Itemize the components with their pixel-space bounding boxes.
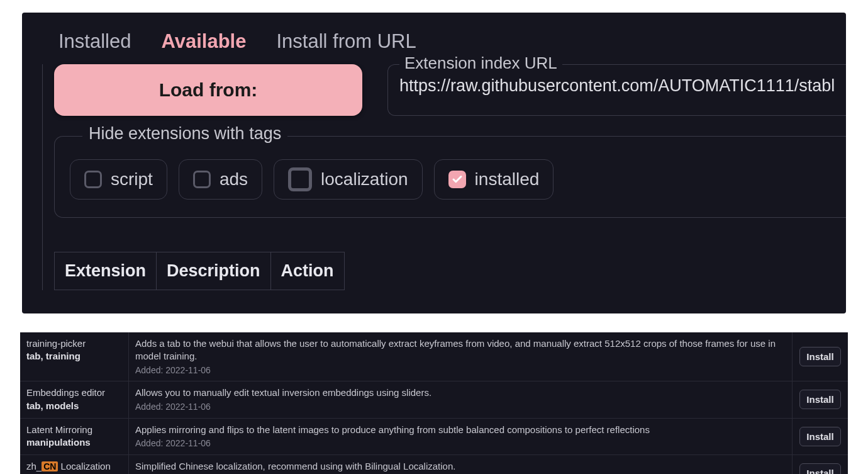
desc-cell: Simplified Chinese localization, recomme… xyxy=(128,455,793,474)
ext-name[interactable]: Embeddings editor xyxy=(26,387,122,399)
ext-tags: manipulations xyxy=(26,436,122,449)
extensions-tabs: Installed Available Install from URL xyxy=(22,13,846,53)
load-from-button[interactable]: Load from: xyxy=(54,64,362,116)
hide-tags-list: script ads localization installed xyxy=(70,159,831,200)
ext-cell: Embeddings editor tab, models xyxy=(20,381,128,417)
checkbox-icon xyxy=(193,171,211,188)
ext-name[interactable]: zh_CN Localization xyxy=(26,460,122,473)
th-extension: Extension xyxy=(55,252,157,290)
table-row: zh_CN Localization localization Simplifi… xyxy=(20,455,848,474)
extension-index-url-label: Extension index URL xyxy=(399,54,562,73)
action-cell: Install xyxy=(793,455,848,474)
available-tab-body: Load from: Extension index URL https://r… xyxy=(42,64,846,290)
action-cell: Install xyxy=(793,381,848,417)
ext-desc: Applies mirroring and flips to the laten… xyxy=(135,424,786,436)
desc-cell: Applies mirroring and flips to the laten… xyxy=(128,419,793,454)
ext-tags: tab, models xyxy=(26,400,122,412)
ext-added: Added: 2022-11-06 xyxy=(135,437,786,449)
action-cell: Install xyxy=(793,419,848,454)
ext-desc: Simplified Chinese localization, recomme… xyxy=(135,460,786,473)
table-row: Latent Mirroring manipulations Applies m… xyxy=(20,419,848,455)
checkbox-icon xyxy=(84,171,102,188)
ext-desc: Allows you to manually edit textual inve… xyxy=(135,387,786,399)
tag-chip-localization[interactable]: localization xyxy=(274,159,423,200)
tag-label: script xyxy=(111,169,153,189)
ext-name-suffix: Localization xyxy=(58,461,110,471)
extension-index-url-field[interactable]: Extension index URL https://raw.githubus… xyxy=(387,64,846,116)
hide-tags-legend: Hide extensions with tags xyxy=(82,124,287,144)
ext-name[interactable]: training-picker xyxy=(26,337,122,350)
checkbox-icon xyxy=(288,167,312,191)
ext-cell: training-picker tab, training xyxy=(20,332,128,381)
checkbox-checked-icon xyxy=(448,171,466,188)
cn-badge-icon: CN xyxy=(42,461,58,471)
th-action: Action xyxy=(271,252,344,290)
tag-chip-installed[interactable]: installed xyxy=(434,159,554,200)
tab-install-from-url[interactable]: Install from URL xyxy=(276,30,416,53)
extensions-table-header: Extension Description Action xyxy=(54,252,345,290)
install-button[interactable]: Install xyxy=(799,427,840,446)
extension-index-url-value[interactable]: https://raw.githubusercontent.com/AUTOMA… xyxy=(399,76,835,96)
desc-cell: Allows you to manually edit textual inve… xyxy=(128,381,793,417)
ext-added: Added: 2022-11-06 xyxy=(135,364,786,376)
install-button[interactable]: Install xyxy=(799,463,840,474)
tag-label: installed xyxy=(475,169,540,189)
tag-label: localization xyxy=(321,169,408,189)
tab-available[interactable]: Available xyxy=(161,30,246,53)
install-button[interactable]: Install xyxy=(799,347,840,366)
tag-label: ads xyxy=(220,169,248,189)
extensions-table-rows: training-picker tab, training Adds a tab… xyxy=(20,332,848,474)
tag-chip-script[interactable]: script xyxy=(70,159,167,200)
table-row: Embeddings editor tab, models Allows you… xyxy=(20,381,848,418)
ext-added: Added: 2022-11-06 xyxy=(135,401,786,413)
ext-name[interactable]: Latent Mirroring xyxy=(26,424,122,436)
install-button[interactable]: Install xyxy=(799,390,840,409)
action-cell: Install xyxy=(793,332,848,381)
ext-cell: Latent Mirroring manipulations xyxy=(20,419,128,454)
extensions-available-panel: Installed Available Install from URL Loa… xyxy=(22,13,846,313)
ext-cell: zh_CN Localization localization xyxy=(20,455,128,474)
table-row: training-picker tab, training Adds a tab… xyxy=(20,332,848,381)
ext-desc: Adds a tab to the webui that allows the … xyxy=(135,337,786,363)
tag-chip-ads[interactable]: ads xyxy=(179,159,262,200)
tab-installed[interactable]: Installed xyxy=(58,30,131,53)
ext-name-prefix: zh_ xyxy=(26,461,42,471)
desc-cell: Adds a tab to the webui that allows the … xyxy=(128,332,793,381)
load-row: Load from: Extension index URL https://r… xyxy=(54,64,846,116)
ext-tags: tab, training xyxy=(26,350,122,363)
hide-tags-group: Hide extensions with tags script ads loc… xyxy=(54,136,846,218)
th-description: Description xyxy=(157,252,271,290)
